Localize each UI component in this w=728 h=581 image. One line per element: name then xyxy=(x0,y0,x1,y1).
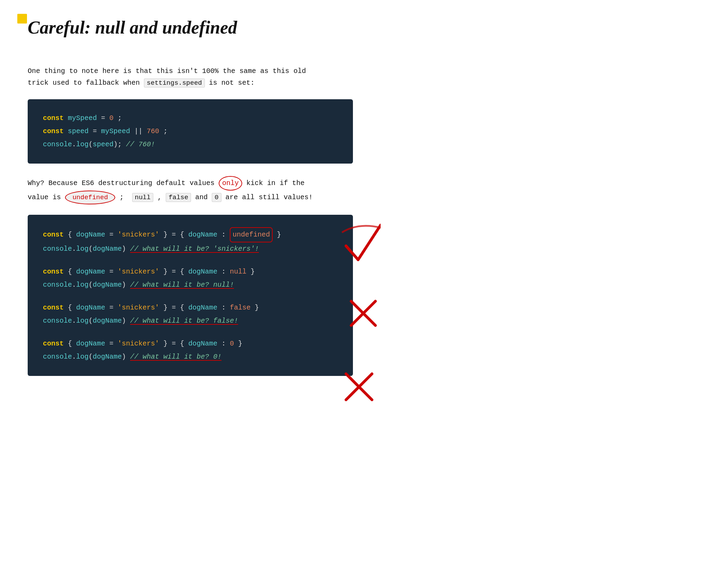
prose-line2-before: trick used to fallback when xyxy=(28,79,140,87)
code-block-1: const mySpeed = 0 ; const speed = mySpee… xyxy=(28,99,353,164)
prose-block-2: Why? Because ES6 destructuring default v… xyxy=(28,176,353,204)
page-title: Careful: null and undefined xyxy=(28,17,237,38)
prose2-line1: Why? Because ES6 destructuring default v… xyxy=(28,179,219,187)
code-line-3: console.log(speed); // 760! xyxy=(43,138,338,151)
prose2-kick: kick in if the xyxy=(242,179,304,187)
code-section-false: const { dogName = 'snickers' } = { dogNa… xyxy=(43,301,338,328)
inline-code-settings-speed: settings.speed xyxy=(144,79,205,87)
svg-line-1 xyxy=(351,301,375,325)
code-section-1-line1: const { dogName = 'snickers' } = { dogNa… xyxy=(43,227,338,242)
inline-zero: 0 xyxy=(212,193,221,202)
prose2-and: and xyxy=(195,193,212,201)
circled-undefined: undefined xyxy=(65,191,115,204)
code-section-zero: const { dogName = 'snickers' } = { dogNa… xyxy=(43,337,338,363)
code-section-2-line1: const { dogName = 'snickers' } = { dogNa… xyxy=(43,265,338,278)
circled-only: only xyxy=(219,176,242,191)
prose2-are-all: are all still values! xyxy=(226,193,313,201)
inline-false: false xyxy=(166,193,191,202)
prose2-value-is: value is xyxy=(28,193,61,201)
yellow-sticker xyxy=(17,14,27,24)
prose-line2-after: is not set: xyxy=(209,79,255,87)
prose-line1: One thing to note here is that this isn'… xyxy=(28,67,306,75)
prose-block-1: One thing to note here is that this isn'… xyxy=(28,65,353,89)
prose2-semicolon: ; xyxy=(119,193,128,201)
code-line-1: const mySpeed = 0 ; xyxy=(43,112,338,125)
prose2-comma: , xyxy=(157,193,166,201)
svg-line-0 xyxy=(351,301,375,325)
code-section-undefined: const { dogName = 'snickers' } = { dogNa… xyxy=(43,227,338,256)
code-section-4-line1: const { dogName = 'snickers' } = { dogNa… xyxy=(43,337,338,350)
code-block-2: const { dogName = 'snickers' } = { dogNa… xyxy=(28,215,353,376)
code-section-2-line2: console.log(dogName) // what will it be?… xyxy=(43,278,338,292)
svg-line-3 xyxy=(346,374,372,400)
code-section-null: const { dogName = 'snickers' } = { dogNa… xyxy=(43,265,338,292)
svg-line-2 xyxy=(346,374,372,400)
code-section-1-line2: console.log(dogName) // what will it be?… xyxy=(43,242,338,256)
inline-null: null xyxy=(132,193,154,202)
code-line-2: const speed = mySpeed || 760 ; xyxy=(43,125,338,138)
code-section-3-line2: console.log(dogName) // what will it be?… xyxy=(43,314,338,328)
code-section-3-line1: const { dogName = 'snickers' } = { dogNa… xyxy=(43,301,338,314)
code-section-4-line2: console.log(dogName) // what will it be?… xyxy=(43,350,338,363)
